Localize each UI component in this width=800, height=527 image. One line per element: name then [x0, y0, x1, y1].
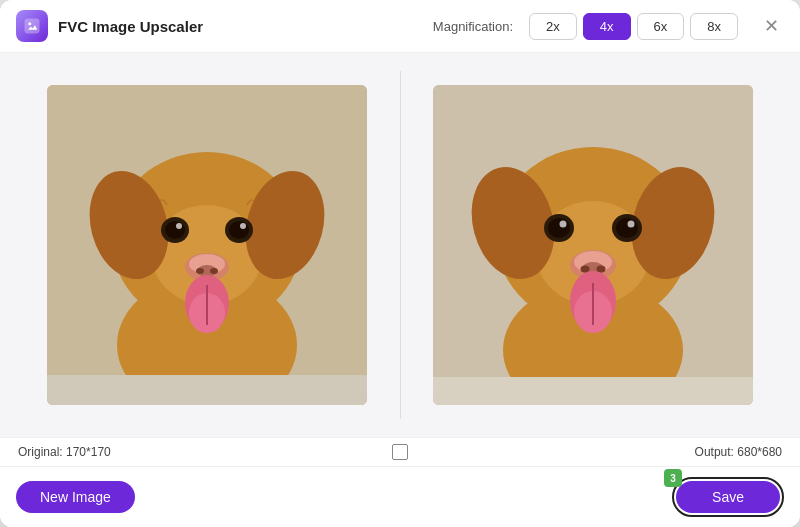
svg-point-30	[548, 218, 570, 238]
output-image	[433, 85, 753, 405]
svg-point-1	[28, 22, 31, 25]
svg-point-9	[165, 221, 185, 239]
mag-btn-6x[interactable]: 6x	[637, 13, 685, 40]
svg-point-33	[616, 218, 638, 238]
svg-rect-0	[25, 19, 40, 34]
app-logo	[16, 10, 48, 42]
svg-rect-22	[47, 375, 367, 405]
svg-point-38	[581, 266, 590, 273]
original-size-label: Original: 170*170	[18, 445, 392, 459]
magnification-buttons: 2x 4x 6x 8x	[529, 13, 738, 40]
svg-point-13	[240, 223, 246, 229]
save-area: 3 Save	[672, 477, 784, 517]
mag-btn-4x[interactable]: 4x	[583, 13, 631, 40]
svg-point-10	[176, 223, 182, 229]
close-button[interactable]: ✕	[758, 13, 784, 39]
svg-point-12	[229, 221, 249, 239]
output-size-label: Output: 680*680	[408, 445, 782, 459]
app-title: FVC Image Upscaler	[58, 18, 423, 35]
save-badge: 3	[664, 469, 682, 487]
app-window: FVC Image Upscaler Magnification: 2x 4x …	[0, 0, 800, 527]
mag-btn-8x[interactable]: 8x	[690, 13, 738, 40]
svg-point-17	[196, 268, 204, 274]
original-image-panel	[24, 71, 390, 419]
new-image-button[interactable]: New Image	[16, 481, 135, 513]
svg-point-39	[597, 266, 606, 273]
svg-point-31	[560, 221, 567, 228]
main-content	[0, 53, 800, 437]
svg-rect-43	[433, 377, 753, 405]
save-button[interactable]: Save	[676, 481, 780, 513]
svg-point-18	[210, 268, 218, 274]
panel-divider	[390, 71, 410, 419]
statusbar: Original: 170*170 Output: 680*680	[0, 437, 800, 467]
svg-point-34	[628, 221, 635, 228]
save-button-wrapper: Save	[672, 477, 784, 517]
magnification-label: Magnification:	[433, 19, 513, 34]
bottombar: New Image 3 Save	[0, 467, 800, 527]
output-image-panel	[410, 71, 776, 419]
mag-btn-2x[interactable]: 2x	[529, 13, 577, 40]
titlebar: FVC Image Upscaler Magnification: 2x 4x …	[0, 0, 800, 53]
center-icon	[392, 444, 408, 460]
original-image	[47, 85, 367, 405]
